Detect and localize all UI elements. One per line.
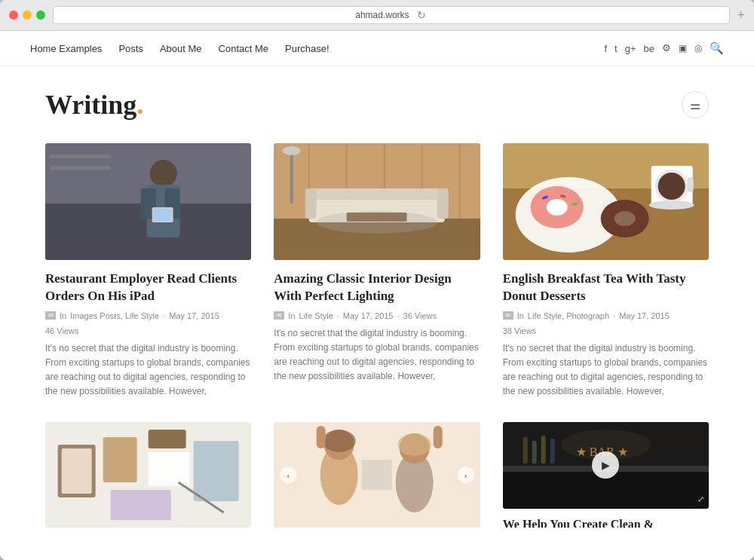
svg-point-25 (283, 146, 301, 155)
meta-categories-1[interactable]: Images Posts, Life Style (70, 311, 159, 320)
card-views-row-3: 38 Views (503, 326, 709, 335)
nav-link-home[interactable]: Home Examples (30, 43, 102, 54)
card-meta-3: ✉ In Life Style, Photograph · May 17, 20… (503, 311, 709, 320)
nav-link-purchase[interactable]: Purchase! (285, 43, 329, 54)
nav-link-posts[interactable]: Posts (118, 43, 143, 54)
nav-item-about[interactable]: About Me (160, 43, 202, 54)
social-instagram-icon[interactable]: ▣ (679, 43, 687, 54)
svg-rect-49 (111, 490, 171, 520)
svg-point-37 (614, 211, 635, 226)
svg-point-42 (648, 200, 694, 210)
svg-rect-21 (305, 188, 317, 219)
nav-links: Home Examples Posts About Me Contact Me … (30, 43, 329, 54)
meta-icon-2: ✉ (274, 311, 284, 320)
views-3: 38 Views (503, 326, 536, 335)
card-excerpt-2: It's no secret that the digital industry… (274, 326, 480, 384)
card-meta-2: ✉ In Life Style · May 17, 2015 · 36 View… (274, 311, 480, 320)
bottom-image-1 (45, 422, 251, 528)
navbar: Home Examples Posts About Me Contact Me … (0, 31, 754, 66)
meta-icon-3: ✉ (503, 311, 513, 320)
bottom-image-3: ★ BAR ★ ▶ ⤢ (503, 422, 709, 509)
svg-rect-47 (149, 452, 190, 486)
nav-item-posts[interactable]: Posts (118, 43, 143, 54)
meta-in-1: In (60, 311, 66, 320)
play-button[interactable]: ▶ (592, 451, 619, 479)
traffic-light-yellow[interactable] (23, 11, 32, 20)
meta-icon-1: ✉ (45, 311, 56, 320)
meta-date-1: May 17, 2015 (169, 311, 219, 320)
bottom-card-1 (45, 422, 251, 528)
traffic-lights (9, 11, 45, 20)
bottom-image-2: ‹ › (274, 422, 480, 528)
blog-card-3: English Breakfast Tea With Tasty Donut D… (503, 143, 709, 399)
bottom-card-2: ‹ › (274, 422, 480, 528)
views-1: 46 Views (45, 326, 78, 335)
meta-in-2: In (288, 311, 295, 320)
meta-separator-views-2: · (397, 311, 399, 320)
meta-date-2: May 17, 2015 (343, 311, 394, 320)
carousel-prev-button[interactable]: ‹ (280, 467, 296, 483)
blog-card-2: Amazing Classic Interior Design With Per… (274, 143, 480, 399)
browser-chrome: ahmad.works ↻ + (0, 0, 754, 31)
card-title-2[interactable]: Amazing Classic Interior Design With Per… (274, 271, 480, 305)
meta-date-3: May 17, 2015 (619, 311, 670, 320)
meta-separator-1: · (163, 311, 165, 320)
nav-link-about[interactable]: About Me (160, 43, 202, 54)
blog-card-1: Restaurant Employer Read Clients Orders … (45, 143, 251, 399)
social-twitter-icon[interactable]: t (615, 43, 618, 54)
svg-rect-45 (62, 448, 92, 494)
nav-link-contact[interactable]: Contact Me (219, 43, 268, 54)
address-bar[interactable]: ahmad.works ↻ (53, 6, 730, 24)
page-header: Writing. ⚌ (0, 66, 754, 136)
card-meta-1: ✉ In Images Posts, Life Style · May 17, … (45, 311, 251, 320)
svg-rect-9 (154, 209, 172, 221)
carousel-overlay: ‹ › (274, 422, 480, 528)
card-title-1[interactable]: Restaurant Employer Read Clients Orders … (45, 271, 251, 305)
filter-button[interactable]: ⚌ (682, 91, 709, 118)
svg-rect-41 (687, 177, 693, 192)
search-icon[interactable]: 🔍 (710, 41, 724, 55)
svg-rect-20 (309, 188, 445, 200)
meta-separator-3: · (613, 311, 615, 320)
card-excerpt-3: It's no secret that the digital industry… (503, 341, 709, 399)
svg-rect-48 (194, 441, 239, 501)
svg-point-40 (657, 173, 685, 200)
card-title-3[interactable]: English Breakfast Tea With Tasty Donut D… (503, 271, 709, 305)
new-tab-button[interactable]: + (737, 8, 745, 23)
meta-categories-3[interactable]: Life Style, Photograph (528, 311, 609, 320)
social-facebook-icon[interactable]: f (604, 43, 607, 54)
svg-rect-24 (290, 151, 293, 203)
card-image-1 (45, 143, 251, 260)
nav-social: f t g+ be ⚙ ▣ ◎ 🔍 (604, 41, 724, 55)
fullscreen-button[interactable]: ⤢ (697, 494, 704, 504)
svg-rect-3 (51, 166, 111, 170)
traffic-light-green[interactable] (36, 11, 45, 20)
blog-grid: Restaurant Employer Read Clients Orders … (0, 136, 754, 422)
title-dot: . (136, 90, 143, 120)
filter-icon: ⚌ (690, 98, 700, 112)
views-2: 36 Views (403, 311, 437, 320)
meta-separator-2: · (337, 311, 339, 320)
reload-button[interactable]: ↻ (415, 9, 428, 21)
svg-point-4 (150, 160, 177, 187)
site-content: Home Examples Posts About Me Contact Me … (0, 31, 754, 528)
social-google-icon[interactable]: g+ (625, 43, 636, 54)
traffic-light-red[interactable] (9, 11, 18, 20)
card-excerpt-1: It's no secret that the digital industry… (45, 341, 251, 399)
nav-item-contact[interactable]: Contact Me (219, 43, 268, 54)
svg-rect-51 (149, 430, 186, 448)
social-behance-icon[interactable]: be (644, 43, 654, 54)
meta-categories-2[interactable]: Life Style (299, 311, 333, 320)
bottom-cards-row: ‹ › (0, 422, 754, 528)
social-settings-icon[interactable]: ⚙ (662, 42, 671, 54)
svg-rect-2 (51, 155, 111, 158)
page-title: Writing. (45, 89, 143, 121)
meta-in-3: In (517, 311, 524, 320)
svg-point-32 (546, 199, 567, 216)
nav-item-home[interactable]: Home Examples (30, 43, 102, 54)
social-rss-icon[interactable]: ◎ (694, 43, 702, 54)
carousel-next-button[interactable]: › (458, 467, 474, 483)
url-text: ahmad.works (355, 10, 409, 20)
nav-item-purchase[interactable]: Purchase! (285, 43, 329, 54)
svg-rect-46 (103, 437, 137, 482)
